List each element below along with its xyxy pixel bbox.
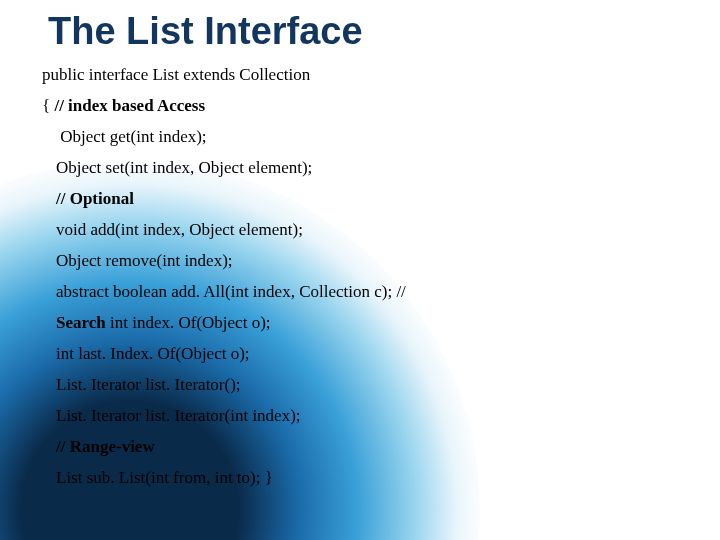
code-line: { // index based Access — [42, 97, 690, 114]
code-line: Search int index. Of(Object o); — [42, 314, 690, 331]
code-line: Object remove(int index); — [42, 252, 690, 269]
bold-text: // Optional — [56, 189, 134, 208]
code-line: List sub. List(int from, int to); } — [42, 469, 690, 486]
code-line: abstract boolean add. All(int index, Col… — [42, 283, 690, 300]
code-line: void add(int index, Object element); — [42, 221, 690, 238]
code-line: int last. Index. Of(Object o); — [42, 345, 690, 362]
slide-title: The List Interface — [48, 10, 363, 53]
slide-body: public interface List extends Collection… — [42, 66, 690, 500]
code-line: // Optional — [42, 190, 690, 207]
code-line: List. Iterator list. Iterator(int index)… — [42, 407, 690, 424]
code-line: Object get(int index); — [42, 128, 690, 145]
bold-text: // index based Access — [54, 96, 205, 115]
code-line: // Range-view — [42, 438, 690, 455]
slide: The List Interface public interface List… — [0, 0, 720, 540]
code-line: List. Iterator list. Iterator(); — [42, 376, 690, 393]
bold-text: // Range-view — [56, 437, 155, 456]
code-line: public interface List extends Collection — [42, 66, 690, 83]
bold-text: Search — [56, 313, 106, 332]
code-line: Object set(int index, Object element); — [42, 159, 690, 176]
